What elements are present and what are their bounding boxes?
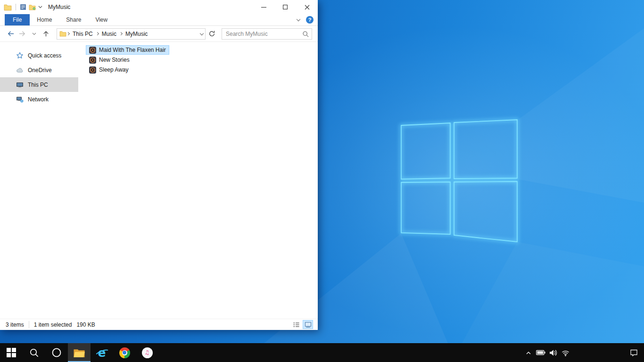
status-separator	[29, 321, 29, 328]
star-icon	[16, 52, 24, 59]
taskbar-file-explorer-button[interactable]	[68, 343, 91, 362]
cortana-icon	[51, 347, 62, 358]
close-button[interactable]	[296, 0, 318, 14]
sidebar-item-label: Network	[28, 96, 49, 103]
cortana-button[interactable]	[45, 343, 68, 362]
volume-icon	[549, 349, 557, 357]
windows-logo-icon	[7, 348, 16, 357]
chevron-down-icon[interactable]	[38, 6, 42, 8]
tab-share[interactable]: Share	[59, 14, 88, 25]
navigation-pane: Quick access OneDrive This PC	[0, 42, 78, 319]
address-dropdown-icon[interactable]	[200, 31, 204, 35]
computer-icon	[16, 82, 24, 88]
sidebar-item-this-pc[interactable]: This PC	[0, 77, 78, 92]
audio-file-icon	[89, 47, 96, 54]
items-count: 3 items	[6, 321, 24, 328]
show-hidden-icons-button[interactable]	[522, 343, 535, 362]
large-icons-view-icon[interactable]	[303, 320, 313, 329]
up-button[interactable]	[40, 28, 52, 40]
explorer-window: MyMusic File Home Share View ?	[0, 0, 318, 330]
battery-tray-button[interactable]	[535, 343, 547, 362]
sidebar-item-onedrive[interactable]: OneDrive	[0, 63, 78, 77]
folder-icon	[4, 4, 12, 11]
system-tray	[522, 343, 644, 362]
minimize-button[interactable]	[253, 0, 274, 14]
file-name: New Stories	[99, 57, 130, 63]
search-input[interactable]	[222, 29, 312, 39]
recent-locations-icon[interactable]	[28, 28, 40, 40]
cloud-icon	[16, 67, 24, 73]
action-center-button[interactable]	[623, 343, 644, 362]
sidebar-item-label: OneDrive	[28, 67, 52, 74]
screen: MyMusic File Home Share View ?	[0, 0, 644, 362]
toolbar-separator	[16, 4, 16, 10]
back-button[interactable]	[5, 28, 17, 40]
sidebar-item-network[interactable]: Network	[0, 92, 78, 107]
ribbon-right-controls: ?	[297, 14, 314, 25]
itunes-icon	[142, 347, 153, 358]
search-icon[interactable]	[302, 31, 309, 39]
taskbar-chrome-button[interactable]	[113, 343, 136, 362]
internet-explorer-icon	[96, 346, 108, 359]
sidebar-item-quick-access[interactable]: Quick access	[0, 48, 78, 63]
tab-view[interactable]: View	[88, 14, 115, 25]
window-title: MyMusic	[48, 4, 70, 10]
breadcrumb-separator	[96, 32, 99, 35]
action-center-icon	[630, 349, 638, 356]
selection-count: 1 item selected	[34, 321, 72, 328]
selection-size: 190 KB	[76, 321, 95, 328]
breadcrumb-item-mymusic[interactable]: MyMusic	[123, 31, 150, 37]
battery-icon	[536, 350, 545, 355]
network-tray-button[interactable]	[559, 343, 571, 362]
file-name: Sleep Away	[99, 66, 129, 73]
chevron-up-icon	[525, 350, 532, 356]
breadcrumb-separator	[66, 32, 70, 35]
audio-file-icon	[89, 57, 96, 64]
sidebar-item-label: Quick access	[28, 52, 61, 59]
taskbar	[0, 343, 644, 362]
properties-icon[interactable]	[20, 4, 26, 10]
address-bar[interactable]: This PC Music MyMusic	[57, 28, 206, 40]
breadcrumb-separator	[119, 32, 123, 35]
wifi-icon	[561, 349, 570, 356]
tab-home[interactable]: Home	[30, 14, 59, 25]
tray-spacer	[571, 343, 623, 362]
start-button[interactable]	[0, 343, 23, 362]
ribbon-tab-row: File Home Share View ?	[0, 14, 318, 26]
expand-ribbon-icon[interactable]	[297, 17, 300, 21]
refresh-button[interactable]	[206, 28, 218, 40]
caption-buttons	[253, 0, 318, 14]
view-switcher	[291, 320, 313, 329]
sidebar-item-label: This PC	[28, 82, 48, 88]
titlebar[interactable]: MyMusic	[0, 0, 318, 14]
help-icon[interactable]: ?	[306, 16, 314, 24]
maximize-button[interactable]	[274, 0, 296, 14]
breadcrumb-item-this-pc[interactable]: This PC	[70, 31, 96, 37]
search-box	[222, 28, 312, 40]
location-folder-icon	[59, 31, 66, 37]
file-item[interactable]: Sleep Away	[86, 65, 132, 74]
breadcrumb-item-music[interactable]: Music	[99, 31, 119, 37]
audio-file-icon	[89, 66, 96, 74]
forward-button[interactable]	[17, 28, 28, 40]
details-view-icon[interactable]	[291, 320, 301, 329]
file-name: Maid With The Flaxen Hair	[99, 47, 166, 53]
taskbar-internet-explorer-button[interactable]	[91, 343, 113, 362]
file-list[interactable]: Maid With The Flaxen Hair New Stories Sl…	[78, 42, 318, 319]
file-item[interactable]: Maid With The Flaxen Hair	[86, 45, 169, 55]
quick-access-toolbar	[4, 4, 42, 11]
search-icon	[29, 348, 39, 358]
address-bar-row: This PC Music MyMusic	[0, 26, 318, 42]
chrome-icon	[119, 347, 130, 358]
taskbar-itunes-button[interactable]	[136, 343, 158, 362]
explorer-main: Quick access OneDrive This PC	[0, 42, 318, 319]
file-explorer-icon	[73, 348, 85, 358]
volume-tray-button[interactable]	[547, 343, 559, 362]
status-bar: 3 items 1 item selected 190 KB	[0, 319, 318, 330]
tab-file[interactable]: File	[5, 14, 30, 25]
file-item[interactable]: New Stories	[86, 55, 133, 65]
network-icon	[16, 96, 24, 103]
taskbar-search-button[interactable]	[23, 343, 45, 362]
new-folder-icon[interactable]	[29, 4, 36, 10]
